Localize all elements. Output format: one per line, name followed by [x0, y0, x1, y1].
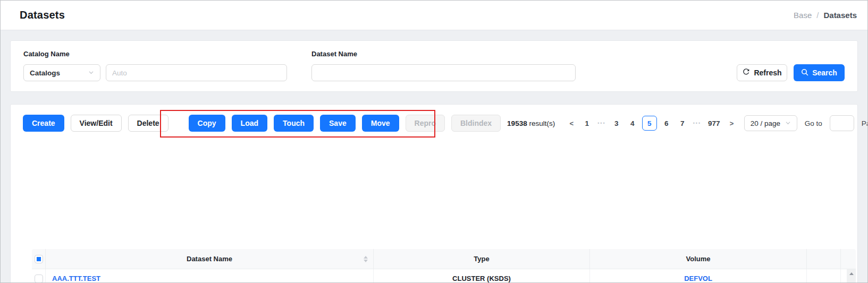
- dataset-type-cell: CLUSTER (KSDS): [374, 269, 590, 283]
- page-title: Datasets: [20, 9, 65, 21]
- toolbar-button-move[interactable]: Move: [362, 115, 399, 132]
- search-icon: [801, 68, 808, 78]
- toolbar-button-load[interactable]: Load: [232, 115, 267, 132]
- vertical-scrollbar[interactable]: [847, 269, 856, 283]
- toolbar: CreateView/EditDelete CopyLoadTouchSaveM…: [11, 105, 857, 132]
- pagination-ellipsis: •••: [692, 121, 702, 126]
- page-label: Page: [862, 119, 868, 127]
- row-select-cell: [32, 269, 46, 283]
- search-button[interactable]: Search: [794, 64, 845, 81]
- dataset-name-label: Dataset Name: [311, 50, 576, 58]
- breadcrumb-separator: /: [816, 11, 819, 20]
- pagination-page-3[interactable]: 3: [610, 116, 623, 131]
- select-all-checkbox[interactable]: [35, 255, 43, 263]
- pagination-page-4[interactable]: 4: [626, 116, 639, 131]
- breadcrumb: Base / Datasets: [794, 11, 857, 20]
- refresh-button[interactable]: Refresh: [737, 64, 787, 81]
- goto-label: Go to: [805, 119, 822, 127]
- toolbar-button-bldindex[interactable]: Bldindex: [451, 115, 501, 132]
- row-spacer-cell: [807, 269, 841, 283]
- toolbar-button-repro[interactable]: Repro: [406, 115, 445, 132]
- catalog-select-value: Catalogs: [30, 69, 60, 77]
- filter-actions: Refresh Search: [737, 64, 845, 81]
- pagination-page-6[interactable]: 6: [660, 116, 673, 131]
- pagination-page-977[interactable]: 977: [705, 116, 723, 131]
- table-body: AAA.TTT.TESTCLUSTER (KSDS)DEFVOLAAA.VBNO…: [32, 269, 856, 283]
- results-count: 19538 result(s): [507, 119, 555, 127]
- datasets-page: Datasets Base / Datasets Catalog Name Ca…: [0, 0, 868, 283]
- header-scroll-gutter: [841, 249, 856, 269]
- pagination-page-7[interactable]: 7: [676, 116, 689, 131]
- refresh-icon: [742, 68, 750, 78]
- header-spacer-cell: [807, 249, 841, 269]
- toolbar-button-view-edit[interactable]: View/Edit: [71, 115, 122, 132]
- toolbar-button-copy[interactable]: Copy: [189, 115, 225, 132]
- column-header-dataset-name[interactable]: Dataset Name: [46, 249, 374, 269]
- pagination-ellipsis: •••: [596, 121, 606, 126]
- catalog-select[interactable]: Catalogs: [23, 64, 100, 81]
- scroll-up-icon: [849, 272, 854, 275]
- dataset-name-link[interactable]: AAA.TTT.TEST: [52, 275, 100, 282]
- pagination-prev-button[interactable]: <: [566, 116, 577, 131]
- dataset-filter-group: Dataset Name: [311, 50, 576, 81]
- toolbar-button-delete[interactable]: Delete: [128, 115, 168, 132]
- pagination: 19538 result(s) <1•••34567•••977> 20 / p…: [507, 115, 868, 131]
- filter-panel: Catalog Name Catalogs Dataset Name Re: [10, 40, 858, 92]
- dataset-name-input[interactable]: [311, 64, 576, 81]
- datasets-panel: CreateView/EditDelete CopyLoadTouchSaveM…: [10, 104, 858, 283]
- table-header: Dataset Name Type Volume: [32, 249, 856, 269]
- pagination-next-button[interactable]: >: [726, 116, 738, 131]
- select-all-cell: [32, 249, 46, 269]
- goto-page-input[interactable]: [830, 115, 854, 131]
- catalog-filter-group: Catalog Name Catalogs: [23, 50, 287, 81]
- table-row: AAA.TTT.TESTCLUSTER (KSDS)DEFVOL: [32, 269, 841, 283]
- volume-link[interactable]: DEFVOL: [684, 275, 712, 282]
- row-checkbox[interactable]: [35, 275, 43, 283]
- breadcrumb-parent[interactable]: Base: [794, 11, 812, 20]
- toolbar-button-touch[interactable]: Touch: [274, 115, 314, 132]
- dataset-name-cell: AAA.TTT.TEST: [46, 269, 374, 283]
- page-size-select[interactable]: 20 / page: [744, 115, 797, 131]
- sort-icon[interactable]: [364, 256, 368, 262]
- catalog-name-label: Catalog Name: [23, 50, 287, 58]
- chevron-down-icon: [785, 119, 791, 127]
- column-header-type: Type: [374, 249, 590, 269]
- pagination-page-5[interactable]: 5: [642, 116, 657, 131]
- catalog-auto-input[interactable]: [106, 64, 287, 81]
- volume-cell: DEFVOL: [590, 269, 807, 283]
- toolbar-button-save[interactable]: Save: [320, 115, 356, 132]
- column-header-volume: Volume: [590, 249, 807, 269]
- chevron-down-icon: [88, 69, 94, 77]
- breadcrumb-current: Datasets: [823, 11, 857, 20]
- pagination-page-1[interactable]: 1: [580, 116, 593, 131]
- top-header: Datasets Base / Datasets: [1, 1, 867, 30]
- toolbar-button-create[interactable]: Create: [23, 115, 64, 132]
- datasets-table: Dataset Name Type Volume AAA.TTT.TESTCLU…: [32, 249, 856, 283]
